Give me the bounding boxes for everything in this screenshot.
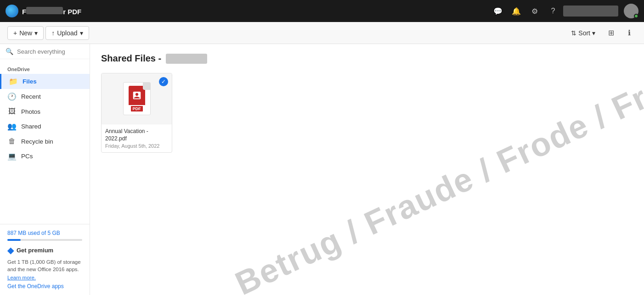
bell-button[interactable]: 🔔: [508, 3, 525, 19]
page-title: Shared Files -: [101, 53, 161, 64]
upload-chevron-icon: ▾: [80, 29, 83, 37]
topbar-icons: 💬 🔔 ⚙ ?: [490, 3, 638, 19]
file-card-date: Friday, August 5th, 2022: [105, 143, 168, 149]
storage-text: 887 MB used of 5 GB: [7, 230, 82, 236]
upload-button[interactable]: ↑ Upload ▾: [45, 26, 89, 40]
sort-icon: ⇅: [571, 29, 576, 37]
avatar[interactable]: [624, 4, 638, 18]
pdf-label-badge: PDF: [131, 106, 143, 111]
files-icon: 📁: [9, 77, 18, 86]
sidebar-item-label-recent: Recent: [21, 93, 41, 100]
avatar-online-dot: [634, 14, 638, 18]
upload-label: Upload: [57, 29, 77, 37]
sidebar-item-recent[interactable]: 🕐 Recent: [0, 89, 90, 104]
sidebar-search-container: 🔍: [0, 44, 90, 59]
sort-button[interactable]: ⇅ Sort ▾: [566, 27, 600, 39]
file-card-name: Annual Vacation - 2022.pdf: [105, 128, 168, 142]
pcs-icon: 💻: [7, 152, 17, 161]
page-title-row: Shared Files -: [101, 53, 633, 64]
sidebar-item-files[interactable]: 📁 Files: [0, 74, 90, 89]
file-card-info: Annual Vacation - 2022.pdf Friday, Augus…: [102, 124, 172, 152]
logo-icon: [6, 5, 18, 17]
file-card[interactable]: PDF ✓ Annual Vacation - 2022.pdf Friday,…: [101, 73, 172, 153]
sidebar-item-label-recycle: Recycle bin: [21, 138, 53, 145]
chat-button[interactable]: 💬: [490, 3, 506, 19]
search-icon: 🔍: [6, 48, 13, 55]
pdf-acrobat-icon: [129, 86, 145, 105]
new-button[interactable]: + New ▾: [7, 26, 44, 40]
sidebar-section-label: OneDrive: [0, 63, 90, 74]
sidebar-item-shared[interactable]: 👥 Shared: [0, 119, 90, 134]
help-button[interactable]: ?: [545, 3, 561, 19]
toolbar-right: ⇅ Sort ▾ ⊞ ℹ: [566, 26, 637, 40]
sort-chevron-icon: ▾: [592, 29, 595, 37]
search-input[interactable]: [17, 48, 84, 55]
upload-icon: ↑: [51, 29, 55, 37]
toolbar-left: + New ▾ ↑ Upload ▾: [7, 26, 566, 40]
learn-more-link[interactable]: Learn more.: [7, 275, 82, 280]
topbar-search-blur: [563, 6, 618, 17]
files-grid: PDF ✓ Annual Vacation - 2022.pdf Friday,…: [101, 73, 633, 153]
shared-icon: 👥: [7, 122, 17, 131]
main-layout: 🔍 OneDrive 📁 Files 🕐 Recent 🖼 Photos 👥 S…: [0, 44, 644, 295]
new-label: New: [19, 29, 32, 37]
storage-bar-bg: [7, 239, 82, 241]
sidebar-item-recycle[interactable]: 🗑 Recycle bin: [0, 134, 90, 149]
sidebar-footer: 887 MB used of 5 GB ◆ Get premium Get 1 …: [0, 224, 90, 295]
sidebar-item-label-shared: Shared: [21, 123, 41, 130]
app-logo: Fr PDF: [6, 5, 93, 17]
sidebar-item-label-files: Files: [23, 78, 37, 85]
grid-icon: ⊞: [608, 28, 614, 37]
premium-section: ◆ Get premium Get 1 TB (1,000 GB) of sto…: [7, 245, 82, 280]
grid-view-button[interactable]: ⊞: [604, 26, 618, 40]
sidebar-item-label-photos: Photos: [21, 108, 40, 115]
content-area: Shared Files - PDF ✓ A: [90, 44, 644, 295]
sidebar-item-photos[interactable]: 🖼 Photos: [0, 104, 90, 119]
sidebar-nav: OneDrive 📁 Files 🕐 Recent 🖼 Photos 👥 Sha…: [0, 59, 90, 167]
new-icon: +: [13, 29, 17, 37]
pdf-file-icon: PDF: [123, 82, 151, 115]
recycle-icon: 🗑: [7, 137, 17, 145]
file-selected-check: ✓: [159, 77, 168, 86]
sort-label: Sort: [578, 29, 590, 37]
premium-desc: Get 1 TB (1,000 GB) of storage and the n…: [7, 258, 82, 273]
sidebar-item-label-pcs: PCs: [21, 153, 33, 160]
diamond-icon: ◆: [7, 245, 14, 256]
topbar: Fr PDF 💬 🔔 ⚙ ?: [0, 0, 644, 22]
toolbar: + New ▾ ↑ Upload ▾ ⇅ Sort ▾ ⊞ ℹ: [0, 22, 644, 44]
app-title: Fr PDF: [22, 7, 81, 16]
sidebar-item-pcs[interactable]: 💻 PCs: [0, 149, 90, 164]
onedrive-apps-link[interactable]: Get the OneDrive apps: [7, 283, 82, 289]
page-title-blur: [166, 54, 207, 64]
file-card-thumbnail: PDF ✓: [102, 73, 172, 124]
storage-bar-fill: [7, 239, 21, 241]
recent-icon: 🕐: [7, 92, 17, 101]
info-icon: ℹ: [628, 28, 631, 37]
photos-icon: 🖼: [7, 107, 17, 116]
premium-icon-row: ◆ Get premium: [7, 245, 82, 256]
sidebar: 🔍 OneDrive 📁 Files 🕐 Recent 🖼 Photos 👥 S…: [0, 44, 90, 295]
gear-button[interactable]: ⚙: [526, 3, 543, 19]
info-button[interactable]: ℹ: [622, 26, 637, 40]
new-chevron-icon: ▾: [34, 29, 38, 37]
premium-label: Get premium: [17, 247, 53, 254]
